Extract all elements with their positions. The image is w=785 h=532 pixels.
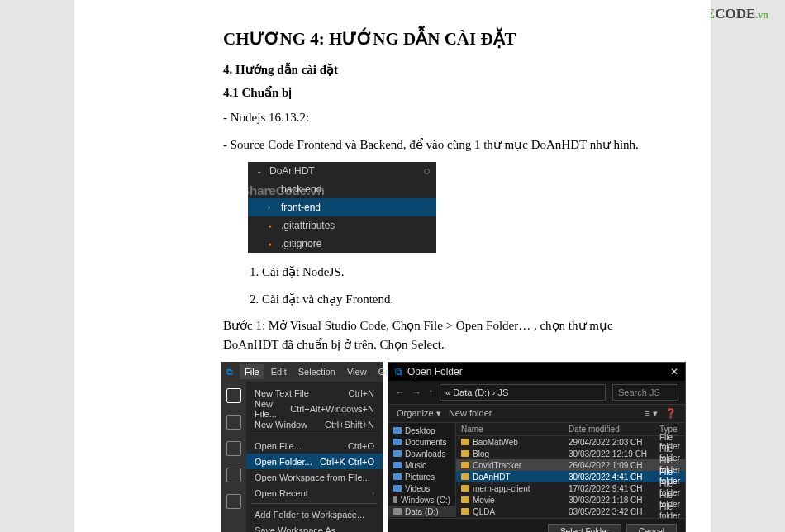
dialog-toolbar: Organize ▾ New folder ≡ ▾ ❓ — [388, 405, 685, 423]
folder-icon — [461, 508, 469, 515]
logo-tld: .vn — [755, 9, 768, 21]
folder-icon — [393, 473, 402, 480]
document-page: CHƯƠNG 4: HƯỚNG DẪN CÀI ĐẶT 4. Hướng dẫn… — [74, 0, 711, 532]
cancel-button: Cancel — [626, 524, 677, 532]
dialog-footer: Select Folder Cancel — [388, 518, 685, 532]
side-downloads: Downloads — [388, 448, 455, 459]
dd-new-file: New File...Ctrl+Alt+Windows+N — [246, 401, 383, 416]
menu-selection: Selection — [293, 364, 340, 379]
forward-icon: → — [412, 387, 421, 398]
side-videos: Videos — [388, 482, 455, 494]
dd-open-recent: Open Recent› — [246, 485, 383, 501]
file-row: mern-app-client17/02/2022 9:41 CHFile fo… — [456, 482, 685, 494]
heading-section-4: 4. Hướng dẫn cài đặt — [223, 62, 645, 77]
file-row: BaoMatWeb29/04/2022 2:03 CHFile folder — [456, 436, 685, 448]
column-headers: Name Date modified Type — [456, 423, 685, 436]
folder-icon — [393, 439, 402, 445]
dd-open-folder-selected: Open Folder...Ctrl+K Ctrl+O — [246, 454, 383, 469]
folder-icon — [393, 450, 402, 457]
logo-text-2: CODE — [715, 6, 755, 21]
menu-edit: Edit — [266, 364, 292, 379]
file-row: Blog30/03/2022 12:19 CHFile folder — [456, 448, 685, 459]
chevron-right-icon: › — [268, 203, 276, 211]
git-icon: ⬥ — [268, 221, 276, 230]
tree-gitattributes: ⬥ .gitattributes — [248, 216, 436, 235]
folder-icon — [393, 462, 402, 468]
folder-icon — [461, 485, 469, 492]
drive-icon — [393, 496, 397, 503]
search-box: Search JS — [612, 384, 678, 401]
file-gitignore-label: .gitignore — [281, 238, 321, 249]
screenshot-explorer-tree: ShareCode.vn ⌄ DoAnHDT › back-end › fron… — [248, 162, 436, 253]
tree-backend: › back-end — [248, 180, 436, 198]
para-step1: Bước 1: Mở Visual Studio Code, Chọn File… — [223, 316, 645, 354]
drive-icon — [393, 508, 402, 515]
menu-view: View — [342, 364, 372, 379]
folder-icon — [461, 450, 469, 457]
para-sourcecode: - Source Code Frontend và Backend, để và… — [223, 135, 645, 154]
dd-add-folder: Add Folder to Workspace... — [246, 506, 383, 522]
source-control-icon — [226, 441, 241, 456]
tree-gitignore: ⬥ .gitignore — [248, 235, 436, 253]
side-documents: Documents — [388, 436, 455, 448]
tree-frontend-selected: › front-end — [248, 198, 436, 216]
folder-icon — [461, 496, 469, 503]
screenshot-open-folder-dialog: ⧉Open Folder ✕ ← → ↑ « Data (D:) › JS Se… — [388, 362, 686, 532]
folder-icon — [461, 462, 469, 468]
activity-bar — [221, 382, 246, 532]
path-breadcrumb: « Data (D:) › JS — [440, 384, 606, 401]
menubar: ⧉ File Edit Selection View Go Run Ter — [221, 362, 383, 382]
heading-chapter: CHƯƠNG 4: HƯỚNG DẪN CÀI ĐẶT — [223, 29, 645, 50]
folder-frontend-label: front-end — [281, 202, 321, 213]
folder-icon — [461, 473, 469, 480]
folder-icon — [461, 439, 469, 445]
dialog-file-list: Name Date modified Type BaoMatWeb29/04/2… — [456, 423, 685, 518]
heading-section-4-1: 4.1 Chuẩn bị — [223, 85, 645, 100]
dialog-title: Open Folder — [407, 366, 463, 378]
organize-dropdown: Organize ▾ — [397, 408, 441, 418]
screenshot-vscode-menu: ⧉ File Edit Selection View Go Run Ter — [221, 362, 383, 532]
side-data-d-selected: Data (D:) — [388, 506, 455, 517]
side-music: Music — [388, 459, 455, 471]
side-pictures: Pictures — [388, 471, 455, 482]
side-desktop: Desktop — [388, 425, 455, 436]
explorer-icon — [226, 388, 241, 403]
extensions-icon — [226, 494, 241, 509]
chevron-right-icon: › — [372, 489, 374, 497]
folder-backend-label: back-end — [281, 183, 321, 195]
para-nodejs: - Nodejs 16.13.2: — [223, 108, 645, 127]
view-options-icon: ≡ ▾ ❓ — [645, 408, 677, 419]
side-windows-c: Windows (C:) — [388, 494, 455, 506]
file-row: QLDA03/05/2022 3:42 CHFile folder — [456, 506, 685, 517]
new-folder-button: New folder — [449, 408, 492, 418]
chevron-down-icon: ⌄ — [256, 167, 264, 175]
menu-file: File — [240, 364, 264, 379]
tree-root: ⌄ DoAnHDT — [248, 162, 436, 180]
col-name: Name — [461, 425, 569, 434]
file-row-selected: DoAnHDT30/03/2022 4:41 CHFile folder — [456, 471, 685, 482]
dd-new-window: New WindowCtrl+Shift+N — [246, 416, 383, 432]
back-icon: ← — [395, 387, 405, 398]
separator — [251, 503, 378, 504]
col-date: Date modified — [569, 425, 659, 434]
chevron-right-icon: › — [268, 185, 276, 193]
dialog-titlebar: ⧉Open Folder ✕ — [388, 363, 685, 381]
search-icon — [226, 415, 241, 430]
up-icon: ↑ — [428, 387, 433, 398]
file-row: CovidTracker26/04/2022 1:09 CHFile folde… — [456, 459, 685, 471]
separator — [251, 435, 378, 435]
dd-save-workspace: Save Workspace As... — [246, 522, 383, 532]
folder-icon — [393, 485, 402, 492]
list-item-2: 2. Cài đặt và chạy Frontend. — [250, 290, 645, 309]
dd-open-workspace: Open Workspace from File... — [246, 469, 383, 485]
vscode-logo-icon: ⧉ — [395, 366, 402, 378]
select-folder-button: Select Folder — [548, 524, 621, 532]
dd-open-file: Open File...Ctrl+O — [246, 438, 383, 454]
side-local-e: Local Disk (E:) — [388, 517, 455, 518]
folder-root-label: DoAnHDT — [269, 165, 315, 177]
file-dropdown: New Text FileCtrl+N New File...Ctrl+Alt+… — [246, 382, 383, 532]
dialog-navbar: ← → ↑ « Data (D:) › JS Search JS — [388, 381, 685, 405]
dialog-sidebar: Desktop Documents Downloads Music Pictur… — [388, 423, 456, 518]
file-row: Movie30/03/2022 1:18 CHFile folder — [456, 494, 685, 506]
debug-icon — [226, 468, 241, 482]
